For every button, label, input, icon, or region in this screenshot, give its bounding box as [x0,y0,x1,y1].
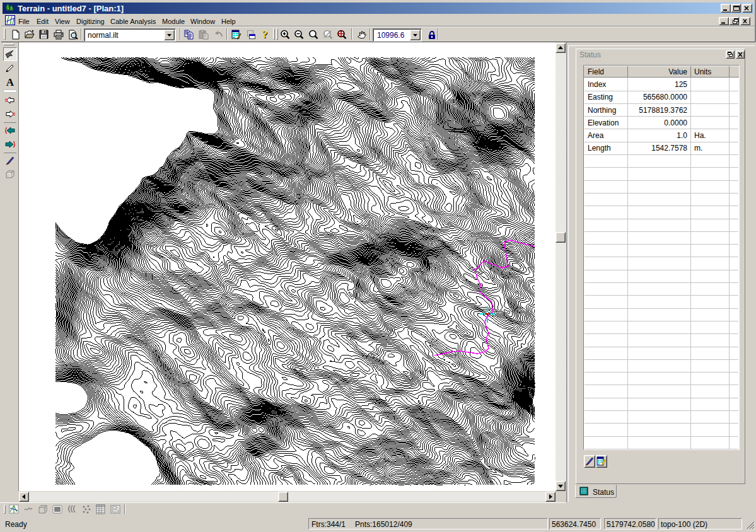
svg-text:A: A [6,77,15,87]
svg-text:?: ? [262,30,267,40]
